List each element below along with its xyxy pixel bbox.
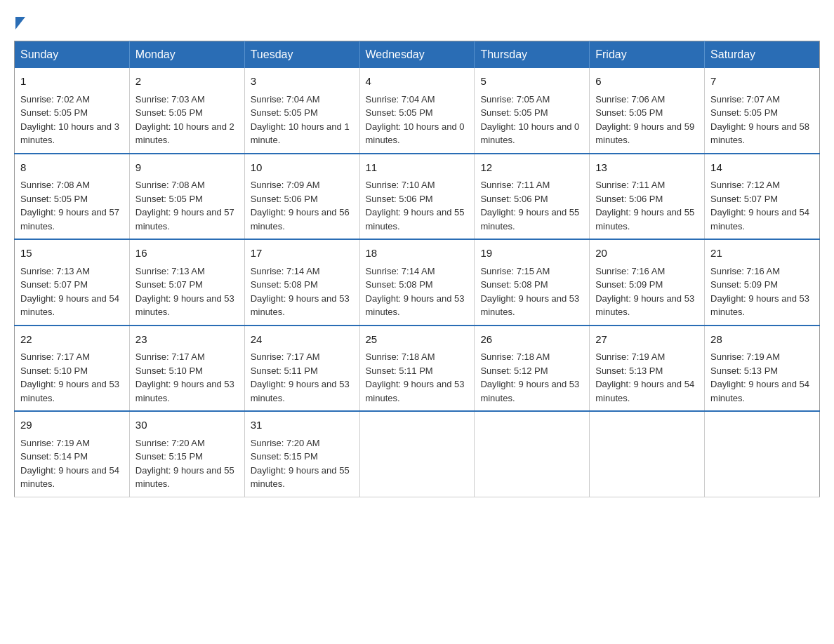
day-sunset: Sunset: 5:05 PM <box>710 107 778 118</box>
day-cell-20: 20Sunrise: 7:16 AMSunset: 5:09 PMDayligh… <box>590 239 705 326</box>
empty-cell <box>705 411 820 497</box>
day-cell-11: 11Sunrise: 7:10 AMSunset: 5:06 PMDayligh… <box>359 154 475 240</box>
day-sunrise: Sunrise: 7:02 AM <box>20 94 90 105</box>
day-sunset: Sunset: 5:05 PM <box>135 194 203 204</box>
day-daylight: Daylight: 9 hours and 55 minutes. <box>135 465 234 490</box>
day-number: 3 <box>251 74 354 90</box>
day-daylight: Daylight: 9 hours and 53 minutes. <box>135 379 234 403</box>
day-number: 18 <box>366 246 469 262</box>
day-daylight: Daylight: 9 hours and 53 minutes. <box>366 293 465 318</box>
day-sunrise: Sunrise: 7:15 AM <box>480 266 550 276</box>
day-cell-14: 14Sunrise: 7:12 AMSunset: 5:07 PMDayligh… <box>705 154 820 240</box>
weekday-header-thursday: Thursday <box>475 41 590 69</box>
day-number: 12 <box>480 160 583 176</box>
day-sunset: Sunset: 5:11 PM <box>366 365 433 376</box>
weekday-header-row: SundayMondayTuesdayWednesdayThursdayFrid… <box>15 41 820 69</box>
day-cell-7: 7Sunrise: 7:07 AMSunset: 5:05 PMDaylight… <box>705 68 820 154</box>
day-sunset: Sunset: 5:07 PM <box>20 279 88 290</box>
page-header <box>14 14 820 27</box>
day-sunset: Sunset: 5:05 PM <box>251 107 318 118</box>
weekday-header-friday: Friday <box>590 41 705 69</box>
day-sunrise: Sunrise: 7:19 AM <box>20 438 90 448</box>
day-sunset: Sunset: 5:09 PM <box>710 279 778 290</box>
weekday-header-sunday: Sunday <box>15 41 130 69</box>
day-daylight: Daylight: 9 hours and 54 minutes. <box>710 379 809 403</box>
day-cell-19: 19Sunrise: 7:15 AMSunset: 5:08 PMDayligh… <box>475 239 590 326</box>
day-cell-1: 1Sunrise: 7:02 AMSunset: 5:05 PMDaylight… <box>15 68 130 154</box>
week-row-2: 8Sunrise: 7:08 AMSunset: 5:05 PMDaylight… <box>15 154 820 240</box>
day-cell-26: 26Sunrise: 7:18 AMSunset: 5:12 PMDayligh… <box>475 326 590 412</box>
day-sunset: Sunset: 5:15 PM <box>135 451 203 462</box>
day-cell-10: 10Sunrise: 7:09 AMSunset: 5:06 PMDayligh… <box>244 154 359 240</box>
day-daylight: Daylight: 9 hours and 57 minutes. <box>135 207 234 232</box>
day-number: 25 <box>366 332 469 348</box>
empty-cell <box>359 411 475 497</box>
day-cell-13: 13Sunrise: 7:11 AMSunset: 5:06 PMDayligh… <box>590 154 705 240</box>
day-daylight: Daylight: 10 hours and 2 minutes. <box>135 121 234 146</box>
day-sunrise: Sunrise: 7:08 AM <box>135 180 205 190</box>
day-daylight: Daylight: 9 hours and 54 minutes. <box>20 465 119 490</box>
day-number: 11 <box>366 160 469 176</box>
week-row-3: 15Sunrise: 7:13 AMSunset: 5:07 PMDayligh… <box>15 239 820 326</box>
day-number: 9 <box>135 160 239 176</box>
day-cell-15: 15Sunrise: 7:13 AMSunset: 5:07 PMDayligh… <box>15 239 130 326</box>
day-number: 20 <box>595 246 699 262</box>
day-sunset: Sunset: 5:08 PM <box>251 279 318 290</box>
day-sunrise: Sunrise: 7:17 AM <box>251 351 320 362</box>
day-sunrise: Sunrise: 7:06 AM <box>595 94 665 105</box>
day-sunrise: Sunrise: 7:04 AM <box>366 94 435 105</box>
day-sunrise: Sunrise: 7:13 AM <box>20 266 90 276</box>
day-sunset: Sunset: 5:12 PM <box>480 365 548 376</box>
day-cell-21: 21Sunrise: 7:16 AMSunset: 5:09 PMDayligh… <box>705 239 820 326</box>
day-sunset: Sunset: 5:07 PM <box>135 279 203 290</box>
day-sunrise: Sunrise: 7:18 AM <box>480 351 550 362</box>
day-daylight: Daylight: 9 hours and 53 minutes. <box>366 379 465 403</box>
weekday-header-tuesday: Tuesday <box>244 41 359 69</box>
day-sunset: Sunset: 5:14 PM <box>20 451 88 462</box>
day-cell-22: 22Sunrise: 7:17 AMSunset: 5:10 PMDayligh… <box>15 326 130 412</box>
day-number: 15 <box>20 246 124 262</box>
day-daylight: Daylight: 9 hours and 55 minutes. <box>366 207 465 232</box>
day-cell-8: 8Sunrise: 7:08 AMSunset: 5:05 PMDaylight… <box>15 154 130 240</box>
day-sunset: Sunset: 5:05 PM <box>480 107 548 118</box>
day-number: 16 <box>135 246 239 262</box>
day-sunset: Sunset: 5:05 PM <box>135 107 203 118</box>
day-daylight: Daylight: 9 hours and 54 minutes. <box>710 207 809 232</box>
day-cell-6: 6Sunrise: 7:06 AMSunset: 5:05 PMDaylight… <box>590 68 705 154</box>
day-number: 8 <box>20 160 124 176</box>
day-daylight: Daylight: 9 hours and 58 minutes. <box>710 121 809 146</box>
day-sunrise: Sunrise: 7:19 AM <box>595 351 665 362</box>
day-daylight: Daylight: 9 hours and 53 minutes. <box>251 379 350 403</box>
day-sunset: Sunset: 5:13 PM <box>595 365 663 376</box>
day-sunset: Sunset: 5:10 PM <box>20 365 88 376</box>
day-daylight: Daylight: 10 hours and 3 minutes. <box>20 121 119 146</box>
day-daylight: Daylight: 10 hours and 1 minute. <box>251 121 350 146</box>
day-sunrise: Sunrise: 7:17 AM <box>20 351 90 362</box>
day-sunrise: Sunrise: 7:19 AM <box>710 351 780 362</box>
day-number: 13 <box>595 160 699 176</box>
day-cell-23: 23Sunrise: 7:17 AMSunset: 5:10 PMDayligh… <box>129 326 244 412</box>
day-sunrise: Sunrise: 7:05 AM <box>480 94 550 105</box>
empty-cell <box>475 411 590 497</box>
day-daylight: Daylight: 9 hours and 54 minutes. <box>20 293 119 318</box>
day-daylight: Daylight: 9 hours and 54 minutes. <box>595 379 694 403</box>
day-cell-3: 3Sunrise: 7:04 AMSunset: 5:05 PMDaylight… <box>244 68 359 154</box>
day-sunset: Sunset: 5:06 PM <box>366 194 433 204</box>
day-number: 1 <box>20 74 124 90</box>
day-sunrise: Sunrise: 7:07 AM <box>710 94 780 105</box>
week-row-5: 29Sunrise: 7:19 AMSunset: 5:14 PMDayligh… <box>15 411 820 497</box>
day-sunset: Sunset: 5:09 PM <box>595 279 663 290</box>
day-cell-18: 18Sunrise: 7:14 AMSunset: 5:08 PMDayligh… <box>359 239 475 326</box>
day-daylight: Daylight: 9 hours and 53 minutes. <box>135 293 234 318</box>
day-cell-12: 12Sunrise: 7:11 AMSunset: 5:06 PMDayligh… <box>475 154 590 240</box>
day-sunrise: Sunrise: 7:14 AM <box>251 266 320 276</box>
day-sunset: Sunset: 5:05 PM <box>595 107 663 118</box>
day-number: 19 <box>480 246 583 262</box>
day-sunset: Sunset: 5:05 PM <box>20 107 88 118</box>
day-daylight: Daylight: 9 hours and 55 minutes. <box>595 207 694 232</box>
weekday-header-monday: Monday <box>129 41 244 69</box>
day-number: 22 <box>20 332 124 348</box>
day-daylight: Daylight: 9 hours and 55 minutes. <box>251 465 350 490</box>
day-daylight: Daylight: 9 hours and 53 minutes. <box>251 293 350 318</box>
day-sunrise: Sunrise: 7:20 AM <box>135 438 205 448</box>
